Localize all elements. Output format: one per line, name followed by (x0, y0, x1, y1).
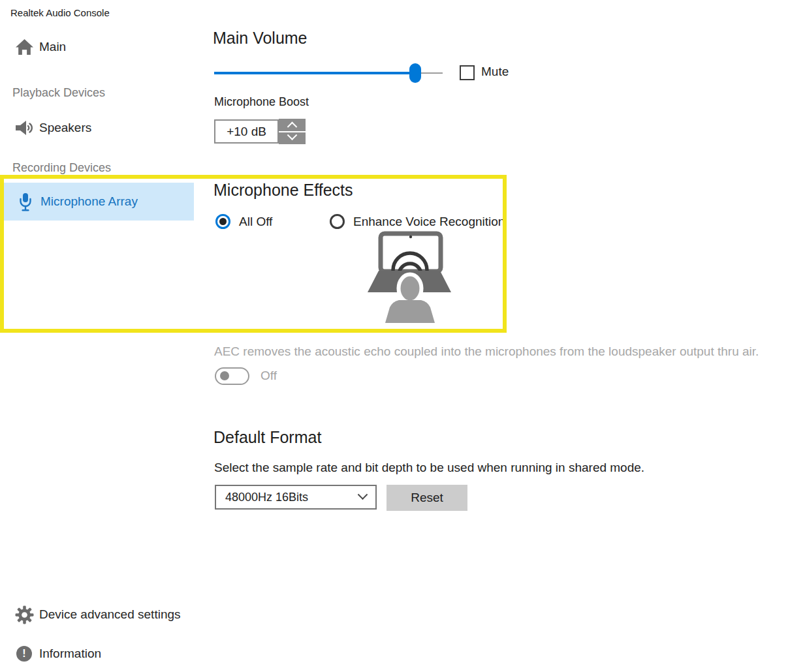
sample-rate-selected-value: 48000Hz 16Bits (225, 491, 308, 504)
realtek-audio-console-window: Realtek Audio Console Main Playback Devi… (0, 0, 805, 672)
radio-circle (215, 214, 230, 229)
default-format-description: Select the sample rate and bit depth to … (214, 461, 644, 475)
information-button[interactable]: ! Information (0, 638, 209, 669)
playback-devices-header: Playback Devices (12, 86, 105, 100)
aec-toggle[interactable] (215, 367, 249, 385)
sidebar-item-label: Speakers (39, 121, 91, 135)
speaker-icon (9, 119, 39, 136)
radio-label: Enhance Voice Recognition (353, 215, 505, 229)
radio-circle (330, 214, 345, 229)
aec-toggle-state-label: Off (260, 369, 277, 383)
device-advanced-settings-button[interactable]: Device advanced settings (0, 599, 209, 630)
volume-slider-handle[interactable] (409, 63, 421, 83)
microphone-effects-heading: Microphone Effects (213, 181, 353, 200)
radio-label: All Off (239, 215, 272, 229)
sidebar-item-label: Main (39, 40, 66, 54)
default-format-heading: Default Format (213, 428, 321, 447)
info-icon: ! (9, 646, 39, 662)
dropdown-chevron-icon (358, 489, 368, 500)
footer-item-label: Device advanced settings (39, 607, 181, 622)
sidebar-item-speakers[interactable]: Speakers (0, 110, 195, 146)
mute-checkbox[interactable] (460, 65, 475, 80)
app-title: Realtek Audio Console (10, 7, 110, 18)
main-volume-heading: Main Volume (213, 29, 308, 48)
voice-recognition-illustration (364, 230, 455, 326)
home-icon (9, 38, 39, 55)
sidebar-item-main[interactable]: Main (0, 29, 195, 65)
chevron-down-icon (287, 130, 298, 141)
reset-button[interactable]: Reset (387, 485, 467, 511)
sidebar-item-label: Microphone Array (40, 194, 138, 209)
boost-decrease-button[interactable] (279, 132, 306, 145)
mute-label: Mute (481, 65, 509, 79)
sample-rate-dropdown[interactable]: 48000Hz 16Bits (215, 485, 377, 510)
microphone-boost-value[interactable]: +10 dB (214, 119, 279, 144)
toggle-knob (220, 371, 229, 380)
gear-icon (9, 605, 39, 624)
volume-slider-fill (214, 72, 415, 74)
radio-enhance-voice-recognition[interactable]: Enhance Voice Recognition (330, 214, 505, 229)
microphone-icon (10, 192, 40, 211)
footer-item-label: Information (39, 647, 101, 661)
aec-description: AEC removes the acoustic echo coupled in… (214, 344, 759, 359)
microphone-boost-label: Microphone Boost (214, 95, 309, 109)
microphone-boost-stepper (279, 119, 306, 144)
main-volume-slider[interactable] (214, 64, 443, 84)
recording-devices-header: Recording Devices (12, 161, 111, 175)
radio-all-off[interactable]: All Off (215, 214, 272, 229)
sidebar-item-microphone-array[interactable]: Microphone Array (1, 183, 194, 221)
